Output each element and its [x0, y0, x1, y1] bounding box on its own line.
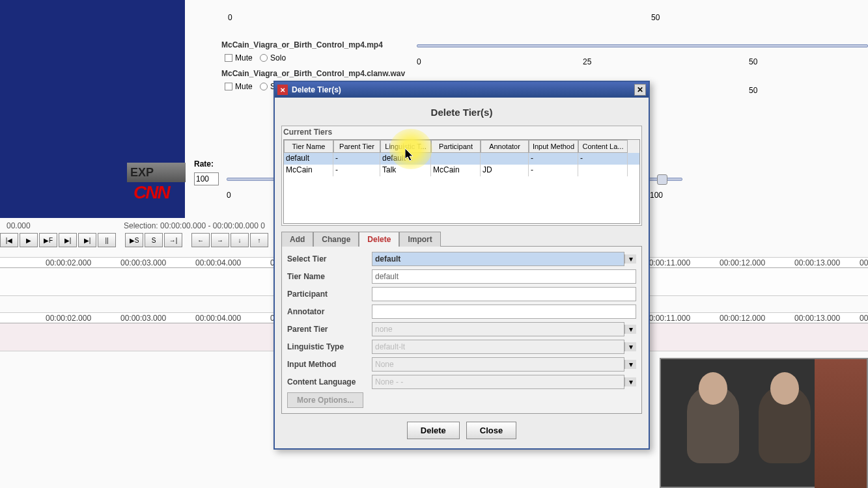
- ctrl-end[interactable]: ▶|: [78, 233, 96, 247]
- table-row[interactable]: default-default-lt--: [284, 153, 639, 165]
- col-tier-name[interactable]: Tier Name: [284, 140, 333, 153]
- select-tier-label: Select Tier: [287, 254, 372, 264]
- select-tier-combo[interactable]: default: [372, 252, 624, 266]
- chevron-down-icon: ▾: [624, 342, 636, 351]
- tl2-t11: 00:00:11.000: [645, 314, 690, 323]
- form-panel: Select Tier default ▾ Tier Name default …: [281, 246, 642, 414]
- input-method-combo: None: [372, 357, 624, 372]
- tl2-t3: 00:00:03.000: [120, 314, 166, 323]
- media-file-2: McCain_Viagra_or_Birth_Control_mp4.clanw…: [221, 69, 405, 78]
- tl2-t12: 00:00:12.000: [720, 314, 765, 323]
- close-button[interactable]: Close: [466, 422, 516, 439]
- tl1-t12: 00:00:12.000: [720, 258, 765, 267]
- axis2-tick-50: 50: [749, 57, 757, 66]
- rate-label: Rate:: [194, 159, 219, 169]
- chevron-down-icon: ▾: [624, 360, 636, 369]
- ctrl-play-frame[interactable]: ▶F: [39, 233, 57, 247]
- selection-text: Selection: 00:00:00.000 - 00:00:00.000 0: [124, 221, 265, 230]
- playback-controls: |◀ ▶ ▶F ▶| ▶| || ▶S S →| ← → ↓ ↑: [0, 233, 273, 249]
- rate-max: 100: [650, 191, 663, 200]
- delete-tier-dialog: ✕ Delete Tier(s) ✕ Delete Tier(s) Curren…: [273, 81, 650, 450]
- ctrl-play[interactable]: ▶: [20, 233, 38, 247]
- ling-type-combo: default-lt: [372, 340, 624, 354]
- table-header: Tier Name Parent Tier Linguistic T... Pa…: [284, 140, 639, 153]
- delete-button[interactable]: Delete: [407, 422, 460, 439]
- video-overlay-band: EXP: [127, 163, 186, 182]
- ctrl-play-sel[interactable]: ▶S: [125, 233, 143, 247]
- rate-min: 0: [227, 191, 231, 200]
- col-input-method[interactable]: Input Method: [529, 140, 578, 153]
- ctrl-pause[interactable]: ||: [98, 233, 116, 247]
- tab-add[interactable]: Add: [281, 232, 313, 247]
- col-parent-tier[interactable]: Parent Tier: [333, 140, 380, 153]
- webcam-overlay: [660, 358, 868, 488]
- tier-name-label: Tier Name: [287, 272, 372, 281]
- col-linguistic-type[interactable]: Linguistic T...: [380, 140, 431, 153]
- ctrl-down[interactable]: ↓: [231, 233, 249, 247]
- content-lang-combo: None - -: [372, 375, 624, 389]
- parent-tier-label: Parent Tier: [287, 325, 372, 334]
- current-tiers-label: Current Tiers: [283, 128, 640, 137]
- media-file-1: McCain_Viagra_or_Birth_Control_mp4.mp4: [221, 40, 383, 49]
- solo-radio-1[interactable]: Solo: [260, 53, 286, 62]
- col-participant[interactable]: Participant: [431, 140, 481, 153]
- cnn-logo: CNN: [133, 182, 169, 203]
- rate-input[interactable]: [194, 172, 219, 185]
- ling-type-label: Linguistic Type: [287, 342, 372, 351]
- content-lang-label: Content Language: [287, 377, 372, 386]
- dialog-titlebar[interactable]: ✕ Delete Tier(s) ✕: [275, 82, 649, 98]
- video-preview: EXP CNN: [0, 0, 185, 218]
- dialog-heading: Delete Tier(s): [281, 102, 642, 126]
- tab-bar: Add Change Delete Import: [281, 231, 642, 246]
- chevron-down-icon: ▾: [624, 325, 636, 334]
- rate-slider-thumb[interactable]: [657, 174, 667, 185]
- dialog-title: Delete Tier(s): [292, 85, 341, 94]
- tl1-t13: 00:00:13.000: [794, 258, 840, 267]
- more-options-button[interactable]: More Options...: [287, 392, 363, 408]
- timepos: 00.000: [7, 221, 31, 234]
- chevron-down-icon: ▾: [624, 377, 636, 386]
- table-row[interactable]: McCain-TalkMcCainJD-: [284, 165, 639, 176]
- axis1-tick-50: 50: [651, 13, 660, 22]
- tab-delete[interactable]: Delete: [359, 232, 399, 247]
- tl1-t3: 00:00:03.000: [120, 258, 166, 267]
- tl1-t11: 00:00:11.000: [645, 258, 690, 267]
- annotator-label: Annotator: [287, 307, 372, 316]
- ctrl-rewind-start[interactable]: |◀: [0, 233, 18, 247]
- ctrl-up[interactable]: ↑: [250, 233, 268, 247]
- tab-import[interactable]: Import: [399, 232, 440, 247]
- mute-checkbox-2[interactable]: Mute: [225, 82, 253, 91]
- axis2-tick-25: 25: [583, 57, 591, 66]
- axis3-tick-50: 50: [749, 86, 757, 95]
- col-content-lang[interactable]: Content La...: [578, 140, 628, 153]
- parent-tier-combo: none: [372, 322, 624, 336]
- close-icon[interactable]: ✕: [634, 84, 646, 96]
- tiers-table[interactable]: Tier Name Parent Tier Linguistic T... Pa…: [283, 139, 640, 224]
- ctrl-next[interactable]: ▶|: [59, 233, 77, 247]
- tab-change[interactable]: Change: [313, 232, 359, 247]
- col-annotator[interactable]: Annotator: [481, 140, 529, 153]
- ctrl-right[interactable]: →: [211, 233, 229, 247]
- tier-name-field[interactable]: default: [372, 269, 636, 284]
- tl1-t14: 00:00:14.000: [860, 258, 868, 267]
- chevron-down-icon[interactable]: ▾: [624, 254, 636, 264]
- participant-label: Participant: [287, 290, 372, 299]
- tl1-t2: 00:00:02.000: [46, 258, 91, 267]
- ctrl-goto[interactable]: →|: [164, 233, 182, 247]
- axis2-tick-0: 0: [417, 57, 421, 66]
- tl2-t2: 00:00:02.000: [46, 314, 91, 323]
- input-method-label: Input Method: [287, 360, 372, 369]
- tl2-t13: 00:00:13.000: [794, 314, 840, 323]
- tl1-t4: 00:00:04.000: [195, 258, 241, 267]
- axis1-tick-0: 0: [228, 13, 232, 22]
- ctrl-loop[interactable]: S: [145, 233, 163, 247]
- mute-checkbox-1[interactable]: Mute: [225, 53, 253, 62]
- rate-control: Rate: 0 100: [194, 159, 219, 185]
- tl2-t14: 00:00:14.000: [860, 314, 868, 323]
- slider-1[interactable]: [417, 44, 868, 47]
- ctrl-left[interactable]: ←: [191, 233, 210, 247]
- tl2-t4: 00:00:04.000: [195, 314, 241, 323]
- participant-field[interactable]: [372, 287, 636, 301]
- annotator-field[interactable]: [372, 305, 636, 319]
- dialog-icon: ✕: [277, 85, 288, 95]
